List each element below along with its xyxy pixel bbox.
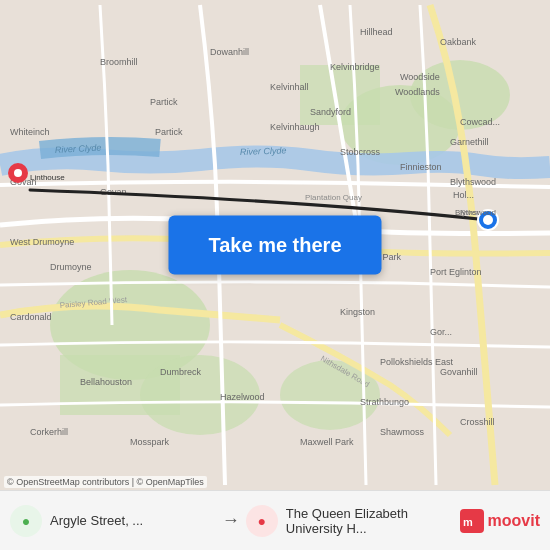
origin-section: ● Argyle Street, ... [10,505,216,537]
svg-text:Woodlands: Woodlands [395,87,440,97]
svg-text:Partick: Partick [155,127,183,137]
svg-text:West Drumoyne: West Drumoyne [10,237,74,247]
svg-text:Kingston: Kingston [340,307,375,317]
svg-text:Kelvinbridge: Kelvinbridge [330,62,380,72]
svg-text:Linthouse: Linthouse [30,173,65,182]
svg-point-55 [14,169,22,177]
svg-text:Garnethill: Garnethill [450,137,489,147]
svg-text:Kelvinhaugh: Kelvinhaugh [270,122,320,132]
map-attribution: © OpenStreetMap contributors | © OpenMap… [4,476,207,488]
svg-text:Hazelwood: Hazelwood [220,392,265,402]
origin-icon: ● [10,505,42,537]
svg-text:Cowcad...: Cowcad... [460,117,500,127]
svg-text:Port Eglinton: Port Eglinton [430,267,482,277]
svg-text:Broomhill: Broomhill [100,57,138,67]
svg-text:Dumbreck: Dumbreck [160,367,202,377]
destination-icon: ● [246,505,278,537]
svg-text:Oakbank: Oakbank [440,37,477,47]
svg-text:m: m [463,516,473,528]
svg-text:Whiteinch: Whiteinch [10,127,50,137]
svg-text:Hol...: Hol... [453,190,474,200]
svg-text:Govanhill: Govanhill [440,367,478,377]
origin-label: Argyle Street, ... [50,513,143,528]
svg-text:Cardonald: Cardonald [10,312,52,322]
svg-text:River Clyde: River Clyde [240,145,287,157]
svg-text:Crosshill: Crosshill [460,417,495,427]
take-me-there-button[interactable]: Take me there [168,216,381,275]
svg-text:Kelvinhall: Kelvinhall [270,82,309,92]
svg-text:Bellahouston: Bellahouston [80,377,132,387]
svg-text:Stobcross: Stobcross [340,147,381,157]
app-container: River Clyde River Clyde Paisley Road Wes… [0,0,550,550]
moovit-icon: m [460,509,484,533]
svg-text:Finnieston: Finnieston [400,162,442,172]
svg-text:Pollokshields East: Pollokshields East [380,357,454,367]
bottom-bar: ● Argyle Street, ... → ● The Queen Eliza… [0,490,550,550]
svg-text:Dowanhill: Dowanhill [210,47,249,57]
svg-text:Plantation Quay: Plantation Quay [305,193,362,202]
svg-text:Gor...: Gor... [430,327,452,337]
svg-text:Maxwell Park: Maxwell Park [300,437,354,447]
moovit-text: moovit [488,512,540,530]
svg-text:Partick: Partick [150,97,178,107]
moovit-logo: m moovit [460,509,540,533]
svg-text:Shawmoss: Shawmoss [380,427,425,437]
map-area: River Clyde River Clyde Paisley Road Wes… [0,0,550,490]
svg-text:Drumoyne: Drumoyne [50,262,92,272]
svg-text:Sandyford: Sandyford [310,107,351,117]
destination-section: ● The Queen Elizabeth University H... [246,505,452,537]
svg-text:Woodside: Woodside [400,72,440,82]
svg-text:Hillhead: Hillhead [360,27,393,37]
svg-text:Strathbungo: Strathbungo [360,397,409,407]
svg-text:Mosspark: Mosspark [130,437,170,447]
svg-text:Blythswood: Blythswood [455,208,496,217]
destination-label: The Queen Elizabeth University H... [286,506,452,536]
direction-arrow: → [216,510,246,531]
svg-text:Blythswood: Blythswood [450,177,496,187]
svg-text:Corkerhill: Corkerhill [30,427,68,437]
